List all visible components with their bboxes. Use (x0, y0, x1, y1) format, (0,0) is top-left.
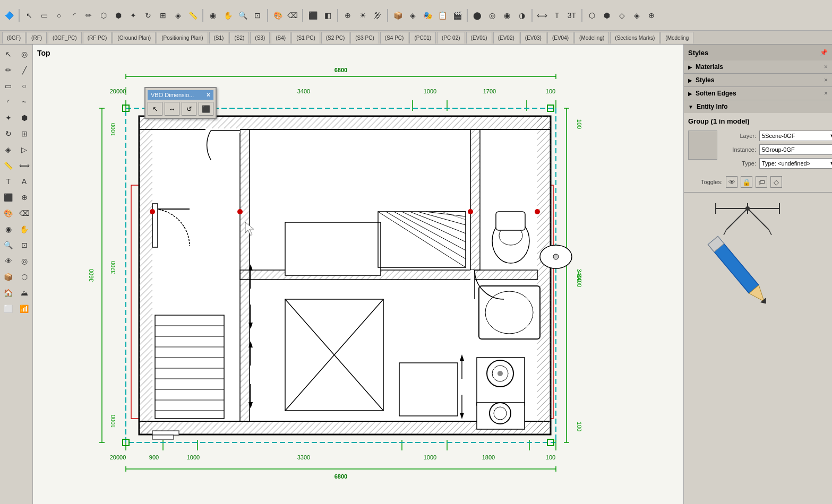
sandbox4-icon[interactable]: ◈ (630, 8, 644, 22)
dimension-icon[interactable]: ⟺ (535, 8, 549, 22)
type-dropdown[interactable]: Type: <undefined> ▼ (759, 158, 832, 169)
paint-tool[interactable]: 🎨 (271, 8, 285, 22)
tab-s2[interactable]: (S2) (229, 32, 249, 44)
select-left-tool[interactable]: ↖ (1, 47, 16, 62)
axis-left-tool[interactable]: ⊕ (17, 190, 32, 205)
tab-ev04[interactable]: (EV04) (547, 32, 573, 44)
tape-tool[interactable]: 📏 (186, 8, 200, 22)
soften-edges-header[interactable]: ▶ Soften Edges × (684, 87, 832, 100)
materials-icon[interactable]: ◈ (406, 8, 419, 22)
tab-ev02[interactable]: (EV02) (493, 32, 519, 44)
pushpull-tool[interactable]: ⬢ (111, 8, 125, 22)
tab-s1[interactable]: (S1) (209, 32, 229, 44)
vbo-title-bar[interactable]: VBO Dimensio... × (148, 90, 213, 100)
floor-left-tool[interactable]: ⬜ (1, 301, 16, 316)
tab-modeling2[interactable]: (Modeling (661, 32, 693, 44)
followme-left-tool[interactable]: ▷ (17, 142, 32, 157)
walkthr-left-tool[interactable]: 👁 (1, 254, 16, 268)
arc-left-tool[interactable]: ◜ (1, 94, 16, 109)
pan-left-tool[interactable]: ✋ (17, 222, 32, 237)
vbo-rect-button[interactable]: ⬛ (199, 102, 213, 116)
sandbox5-icon[interactable]: ⊕ (645, 8, 658, 22)
sandbox-icon[interactable]: ⬡ (585, 8, 599, 22)
circle-left-tool[interactable]: ○ (17, 79, 32, 93)
3dtext-left-tool[interactable]: A (17, 174, 32, 189)
tab-0gf[interactable]: (0GF) (2, 32, 25, 44)
section-plane[interactable]: ⬛ (306, 8, 320, 22)
canvas-area[interactable]: Top VBO Dimensio... × ↖ ↔ ↺ ⬛ 6800 (33, 45, 683, 504)
shadows-icon[interactable]: ☀ (356, 8, 370, 22)
toggle-unknown[interactable]: ◇ (770, 176, 782, 188)
zoomext-left-tool[interactable]: ⊡ (17, 238, 32, 253)
tab-sections-marks[interactable]: (Sections Marks) (610, 32, 659, 44)
styles-close[interactable]: × (824, 76, 828, 84)
select-tool[interactable]: ↖ (22, 8, 36, 22)
scale-tool[interactable]: ⊞ (156, 8, 170, 22)
rotate-left-tool[interactable]: ↻ (1, 126, 16, 141)
terrain-left-tool[interactable]: ⛰ (17, 285, 32, 300)
tab-s3[interactable]: (S3) (250, 32, 270, 44)
vbo-rotate-button[interactable]: ↺ (182, 102, 196, 116)
tab-positioning-plan[interactable]: (Positioning Plan) (157, 32, 208, 44)
circle-tool[interactable]: ○ (52, 8, 66, 22)
lookaround-left-tool[interactable]: ◎ (17, 254, 32, 268)
vbo-dim-button[interactable]: ↔ (165, 102, 179, 116)
orbit-left-tool[interactable]: ◉ (1, 222, 16, 237)
tab-0gf-pc[interactable]: (0GF_PC) (48, 32, 82, 44)
vbo-arrow-button[interactable]: ↖ (148, 102, 162, 116)
lasso-left-tool[interactable]: ◎ (17, 47, 32, 62)
component-left-tool[interactable]: 📦 (1, 270, 16, 284)
solid-tools-icon[interactable]: ⬤ (470, 8, 484, 22)
threed-text-icon[interactable]: 3T (565, 8, 579, 22)
pencil-left-tool[interactable]: ✏ (1, 63, 16, 77)
text-left-tool[interactable]: T (1, 174, 16, 189)
building-left-tool[interactable]: 🏠 (1, 285, 16, 300)
soften-edges-close[interactable]: × (824, 90, 828, 97)
tab-s3pc[interactable]: (S3 PC) (350, 32, 379, 44)
offset-left-tool[interactable]: ◈ (1, 142, 16, 157)
freehand-tool[interactable]: ✏ (82, 8, 96, 22)
offset-tool[interactable]: ◈ (171, 8, 185, 22)
zoom-extents[interactable]: ⊡ (251, 8, 264, 22)
tab-modeling[interactable]: (Modeling) (574, 32, 609, 44)
layers-icon[interactable]: 📋 (435, 8, 449, 22)
fog-icon[interactable]: 🌫 (371, 8, 384, 22)
section-cut[interactable]: ◧ (321, 8, 334, 22)
tab-rf[interactable]: (RF) (27, 32, 47, 44)
paint-left-tool[interactable]: 🎨 (1, 206, 16, 221)
pin-icon[interactable]: 📌 (820, 49, 828, 56)
toggle-visibility[interactable]: 👁 (726, 176, 737, 188)
styles-icon[interactable]: 🎭 (421, 8, 434, 22)
sandbox3-icon[interactable]: ◇ (615, 8, 629, 22)
toggle-tag[interactable]: 🏷 (756, 176, 767, 188)
line-left-tool[interactable]: ╱ (17, 63, 32, 77)
materials-close[interactable]: × (824, 63, 828, 71)
tab-pc01[interactable]: (PC01) (409, 32, 436, 44)
zoom-left-tool[interactable]: 🔍 (1, 238, 16, 253)
subtract-icon[interactable]: ◑ (515, 8, 529, 22)
move-left-tool[interactable]: ✦ (1, 110, 16, 125)
dim-left-tool[interactable]: ⟺ (17, 158, 32, 173)
axes-icon[interactable]: ⊕ (341, 8, 355, 22)
vbo-close-button[interactable]: × (207, 91, 210, 99)
scale-left-tool[interactable]: ⊞ (17, 126, 32, 141)
layer-dropdown[interactable]: 5Scene-0GF ▼ (759, 131, 832, 141)
tab-ground-plan[interactable]: (Ground Plan) (113, 32, 156, 44)
polygon-tool[interactable]: ⬡ (97, 8, 110, 22)
eraser-left-tool[interactable]: ⌫ (17, 206, 32, 221)
section-left-tool[interactable]: ⬛ (1, 190, 16, 205)
tab-pc02[interactable]: (PC 02) (437, 32, 465, 44)
orbit-tool[interactable]: ◉ (206, 8, 220, 22)
tab-s2pc[interactable]: (S2 PC) (321, 32, 350, 44)
rotate-tool[interactable]: ↻ (141, 8, 155, 22)
rectangle-tool[interactable]: ▭ (37, 8, 51, 22)
tab-s4pc[interactable]: (S4 PC) (380, 32, 409, 44)
toggle-lock[interactable]: 🔒 (741, 176, 752, 188)
tab-ev03[interactable]: (EV03) (520, 32, 546, 44)
group-left-tool[interactable]: ⬡ (17, 270, 32, 284)
scenes-icon[interactable]: 🎬 (450, 8, 464, 22)
stair-left-tool[interactable]: 📶 (17, 301, 32, 316)
tape-left-tool[interactable]: 📏 (1, 158, 16, 173)
pushpull-left-tool[interactable]: ⬢ (17, 110, 32, 125)
arc-tool[interactable]: ◜ (67, 8, 81, 22)
